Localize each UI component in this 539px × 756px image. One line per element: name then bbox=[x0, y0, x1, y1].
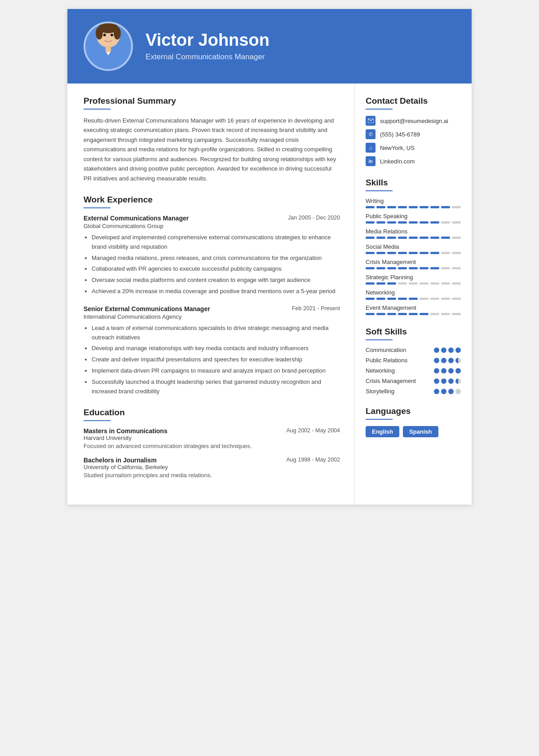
skill-segment bbox=[376, 221, 385, 224]
skill-name: Networking bbox=[366, 289, 461, 296]
skill-segment bbox=[452, 282, 461, 285]
skill-segment bbox=[441, 282, 450, 285]
skill-segment bbox=[376, 252, 385, 254]
soft-skill-dots bbox=[434, 389, 461, 394]
education-section: Education Masters in Communications Aug … bbox=[84, 408, 340, 479]
job-dates: Feb 2021 - Present bbox=[292, 305, 340, 312]
phone-icon: ✆ bbox=[366, 129, 376, 139]
soft-skill-dot bbox=[455, 368, 461, 374]
skills-title: Skills bbox=[366, 178, 461, 188]
skill-segment bbox=[420, 252, 429, 254]
jobs-list: External Communications Manager Jan 2005… bbox=[84, 215, 340, 396]
skill-name: Public Speaking bbox=[366, 213, 461, 220]
location-icon: ⌂ bbox=[366, 143, 376, 153]
skill-segment bbox=[376, 282, 385, 285]
skill-segment bbox=[409, 221, 418, 224]
svg-point-3 bbox=[96, 27, 103, 40]
experience-title: Work Experience bbox=[84, 195, 340, 205]
skill-segment bbox=[441, 313, 450, 315]
edu-school: Harvard University bbox=[84, 435, 340, 441]
skill-segment bbox=[366, 298, 375, 300]
soft-skill-dot bbox=[448, 358, 454, 363]
skill-segment bbox=[376, 298, 385, 300]
soft-skill-dot bbox=[441, 358, 446, 363]
language-tag: Spanish bbox=[403, 426, 438, 437]
skill-segment bbox=[430, 282, 439, 285]
resume-container: Victor Johnson External Communications M… bbox=[67, 9, 472, 505]
job-company: International Communications Agency bbox=[84, 313, 340, 320]
soft-skill-dot bbox=[448, 368, 454, 374]
skill-segment bbox=[452, 237, 461, 239]
skill-segment bbox=[398, 267, 407, 269]
edu-degree: Masters in Communications bbox=[84, 427, 168, 435]
skill-segment bbox=[430, 237, 439, 239]
skill-segment bbox=[430, 313, 439, 315]
soft-skill-item: Storytelling bbox=[366, 388, 461, 395]
soft-skill-name: Communication bbox=[366, 347, 434, 353]
skill-name: Strategic Planning bbox=[366, 274, 461, 281]
skill-segment bbox=[366, 267, 375, 269]
skill-segment bbox=[387, 282, 396, 285]
skill-segment bbox=[409, 267, 418, 269]
job-bullet: Successfully launched a thought leadersh… bbox=[92, 378, 340, 396]
edu-school: University of California, Berkeley bbox=[84, 464, 340, 470]
language-tags: EnglishSpanish bbox=[366, 426, 461, 437]
skill-bar bbox=[366, 221, 461, 224]
education-item: Masters in Communications Aug 2002 - May… bbox=[84, 427, 340, 449]
soft-skill-name: Crisis Management bbox=[366, 378, 434, 384]
edu-dates: Aug 2002 - May 2004 bbox=[286, 427, 340, 434]
skill-item: Writing bbox=[366, 198, 461, 208]
skill-segment bbox=[366, 313, 375, 315]
skill-segment bbox=[409, 252, 418, 254]
skill-bar bbox=[366, 313, 461, 315]
skill-item: Public Speaking bbox=[366, 213, 461, 224]
svg-point-4 bbox=[114, 27, 121, 40]
job-bullet: Create and deliver impactful presentatio… bbox=[92, 355, 340, 365]
skill-bar bbox=[366, 206, 461, 208]
skill-segment bbox=[452, 313, 461, 315]
svg-point-6 bbox=[110, 34, 113, 36]
soft-skill-dot bbox=[448, 378, 454, 384]
skill-item: Networking bbox=[366, 289, 461, 300]
contact-item-linkedin: in LinkedIn.com bbox=[366, 156, 461, 166]
job-bullet: Achieved a 20% increase in media coverag… bbox=[92, 287, 340, 296]
skill-bar bbox=[366, 267, 461, 269]
soft-skills-divider bbox=[366, 339, 393, 340]
contact-divider bbox=[366, 109, 393, 110]
skill-segment bbox=[430, 221, 439, 224]
skill-segment bbox=[387, 252, 396, 254]
email-icon bbox=[366, 116, 376, 126]
skill-bar bbox=[366, 298, 461, 300]
contact-section: Contact Details support@resumedesign.ai … bbox=[366, 96, 461, 166]
skill-segment bbox=[387, 298, 396, 300]
skill-segment bbox=[452, 252, 461, 254]
soft-skill-dots bbox=[434, 378, 461, 384]
soft-skill-dot bbox=[448, 347, 454, 353]
skill-segment bbox=[420, 206, 429, 208]
soft-skill-dot bbox=[441, 368, 446, 374]
skill-segment bbox=[398, 237, 407, 239]
skill-segment bbox=[366, 252, 375, 254]
summary-text: Results-driven External Communications M… bbox=[84, 116, 340, 183]
skill-name: Event Management bbox=[366, 304, 461, 311]
job-dates: Jan 2005 - Dec 2020 bbox=[288, 215, 340, 221]
edu-description: Studied journalism principles and media … bbox=[84, 472, 340, 479]
skill-segment bbox=[430, 252, 439, 254]
skill-item: Strategic Planning bbox=[366, 274, 461, 285]
skill-segment bbox=[387, 221, 396, 224]
skill-segment bbox=[420, 237, 429, 239]
job-bullets: Lead a team of external communications s… bbox=[84, 324, 340, 396]
skill-item: Crisis Management bbox=[366, 259, 461, 269]
main-column: Professional Summary Results-driven Exte… bbox=[67, 84, 355, 505]
skill-segment bbox=[441, 221, 450, 224]
skills-section: Skills Writing Public Speaking Media Rel… bbox=[366, 178, 461, 315]
job-bullet: Developed and implemented comprehensive … bbox=[92, 233, 340, 252]
skill-segment bbox=[409, 313, 418, 315]
soft-skill-dot bbox=[434, 358, 439, 363]
skill-bar bbox=[366, 282, 461, 285]
summary-title: Professional Summary bbox=[84, 96, 340, 106]
skill-segment bbox=[387, 313, 396, 315]
skill-item: Social Media bbox=[366, 243, 461, 254]
svg-point-5 bbox=[103, 34, 106, 36]
skill-segment bbox=[398, 282, 407, 285]
